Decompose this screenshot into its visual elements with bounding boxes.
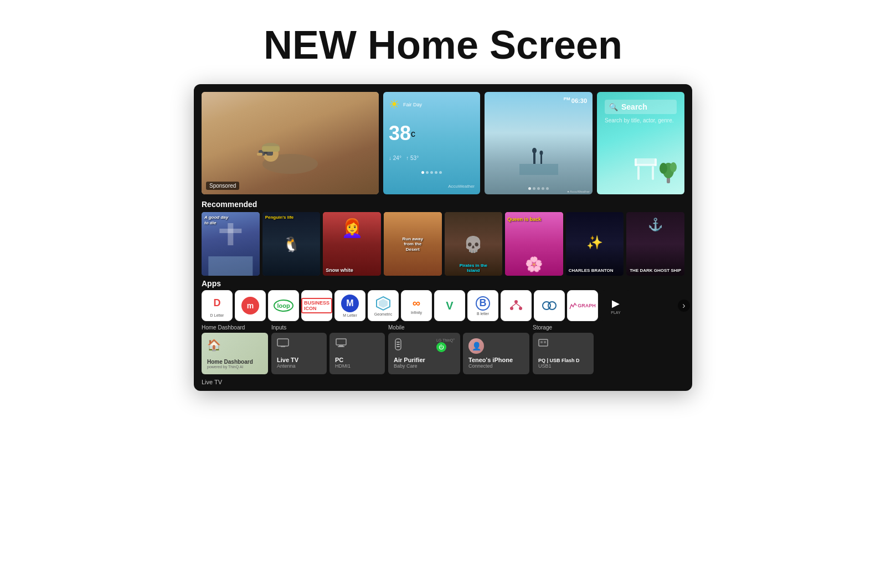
bottom-dashboard-row: Home Dashboard 🏠 Home Dashboard powered … <box>202 324 684 374</box>
apps-label: Apps <box>202 279 684 288</box>
binoculars-person-icon <box>254 120 326 180</box>
pc-sub: HDMI1 <box>335 363 379 369</box>
rec-card-5[interactable]: 💀 Pirates in theIsland <box>445 212 503 276</box>
usb-title: PQ | USB Flash D <box>538 358 588 363</box>
svg-rect-18 <box>635 158 657 165</box>
svg-rect-14 <box>637 166 640 180</box>
rec-card-1[interactable]: A good dayto die <box>202 212 260 276</box>
landscape-brand: ● AccuWeather <box>567 190 590 193</box>
app-m[interactable]: m <box>235 290 266 321</box>
svg-rect-36 <box>277 339 289 346</box>
power-button[interactable]: ⏻ <box>436 342 446 352</box>
recommended-label: Recommended <box>202 200 684 209</box>
app-share[interactable] <box>501 290 532 321</box>
storage-usb[interactable]: PQ | USB Flash D USB1 <box>533 333 594 374</box>
air-purifier-sub: Baby Care <box>394 363 455 369</box>
rec-card-6[interactable]: Queen is back 🌸 <box>505 212 563 276</box>
apps-scroll-right-arrow[interactable]: › <box>678 300 690 312</box>
app-rings[interactable] <box>534 290 565 321</box>
input-pc[interactable]: PC HDMI1 <box>329 333 385 374</box>
svg-marker-28 <box>379 299 388 308</box>
rec-card-7[interactable]: ✨ CHARLES BRANTON <box>566 212 624 276</box>
home-icon: 🏠 <box>207 338 262 352</box>
search-hint: Search by title, actor, genre. <box>605 117 677 123</box>
queen-decor: 🌸 <box>525 256 543 273</box>
svg-rect-24 <box>228 223 233 245</box>
rec-card-3[interactable]: 👩‍🦰 Snow white <box>323 212 381 276</box>
ship-icon: ⚓ <box>648 218 663 232</box>
sponsored-badge: Sponsored <box>206 182 239 190</box>
rec-card-5-title: Pirates in theIsland <box>445 261 503 276</box>
mobile-cards: LG ThinQ° ⏻ Air Purifier Baby Care 👤 <box>388 333 529 374</box>
weather-unit: c <box>411 129 415 138</box>
svg-rect-47 <box>540 341 543 343</box>
rec-card-2-title: Penguin's life <box>265 215 318 220</box>
iphone-avatar: 👤 <box>468 338 484 354</box>
app-geometric[interactable]: Geometric <box>368 290 399 321</box>
app-b-letter[interactable]: B B letter <box>467 290 498 321</box>
snow-white-icon: 👩‍🦰 <box>341 218 363 239</box>
pc-icon <box>335 338 379 349</box>
rec-card-8[interactable]: ⚓ THE DARK GHOST SHIP <box>626 212 684 276</box>
mobile-section-label: Mobile <box>388 324 529 331</box>
live-tv-icon <box>277 338 321 349</box>
rings-icon <box>542 300 557 312</box>
svg-line-32 <box>512 303 516 307</box>
live-tv-title: Live TV <box>277 357 321 363</box>
rec-card-4-title: Run awayfrom theDesert <box>384 234 442 254</box>
rec-card-2[interactable]: 🐧 Penguin's life <box>262 212 321 276</box>
home-dashboard-sub: powered by ThinQ AI <box>207 365 262 369</box>
landscape-trees-icon <box>519 142 558 175</box>
mobile-group: Mobile <box>388 324 529 374</box>
air-purifier-icon <box>394 338 403 352</box>
svg-point-35 <box>548 302 556 310</box>
app-infinity[interactable]: ∞ Infinity <box>401 290 432 321</box>
hero-time: PM 06:30 <box>564 96 587 104</box>
hero-main[interactable]: Sponsored <box>202 92 379 194</box>
svg-line-33 <box>516 303 521 307</box>
app-graph[interactable]: GRAPH <box>567 290 598 321</box>
weather-sun-icon: ☀ <box>389 97 400 112</box>
hero-search-widget[interactable]: 🔍 Search Search by title, actor, genre. <box>597 92 684 194</box>
svg-rect-45 <box>396 346 400 347</box>
chair-plant-icon <box>629 147 679 189</box>
mobile-iphone[interactable]: 👤 Teneo's iPhone Connected <box>463 333 529 374</box>
svg-rect-48 <box>544 341 546 343</box>
svg-rect-15 <box>652 166 654 180</box>
svg-rect-8 <box>519 164 558 175</box>
app-m-letter[interactable]: M M Letter <box>334 290 365 321</box>
app-v[interactable]: V <box>434 290 465 321</box>
app-d-letter[interactable]: D D Letter <box>202 290 233 321</box>
app-loop[interactable]: loop <box>268 290 299 321</box>
svg-rect-26 <box>208 256 253 276</box>
live-tv-sub: Antenna <box>277 363 321 369</box>
svg-point-30 <box>510 307 513 310</box>
pc-title: PC <box>335 357 379 363</box>
page-title: NEW Home Screen <box>0 0 886 84</box>
rec-card-7-title: CHARLES BRANTON <box>566 266 624 276</box>
search-bar[interactable]: 🔍 Search <box>605 100 677 114</box>
home-dashboard-group: Home Dashboard 🏠 Home Dashboard powered … <box>202 324 268 374</box>
penguin-icon: 🐧 <box>282 235 300 252</box>
weather-range: ↓ 24° ↑ 53° <box>389 155 475 161</box>
input-live-tv[interactable]: Live TV Antenna <box>271 333 327 374</box>
air-purifier-title: Air Purifier <box>394 357 455 363</box>
rec-card-4[interactable]: Run awayfrom theDesert <box>384 212 442 276</box>
apps-row: D D Letter m loop BUSINESS ICON M M Lett… <box>202 290 684 321</box>
skull-icon: 💀 <box>463 235 483 253</box>
storage-section-label: Storage <box>533 324 594 331</box>
live-tv-bottom-label: Live TV <box>202 379 684 385</box>
mobile-air-purifier[interactable]: LG ThinQ° ⏻ Air Purifier Baby Care <box>388 333 460 374</box>
app-play[interactable]: ▶ PLAY <box>600 290 631 321</box>
hero-landscape[interactable]: PM 06:30 <box>485 92 593 194</box>
home-dashboard-card[interactable]: 🏠 Home Dashboard powered by ThinQ AI <box>202 333 268 374</box>
hero-weather[interactable]: ☀ Fair Day 38c ↓ 24° ↑ 53° AccuWeather <box>383 92 480 194</box>
weather-description: Fair Day <box>403 102 422 107</box>
home-dashboard-section-label: Home Dashboard <box>202 324 268 331</box>
svg-rect-7 <box>257 153 262 156</box>
inputs-section-label: Inputs <box>271 324 385 331</box>
home-dashboard-title: Home Dashboard <box>207 359 262 365</box>
app-business[interactable]: BUSINESS ICON <box>301 290 332 321</box>
storage-cards: PQ | USB Flash D USB1 <box>533 333 594 374</box>
lg-thinq-label: LG ThinQ° <box>436 338 455 342</box>
